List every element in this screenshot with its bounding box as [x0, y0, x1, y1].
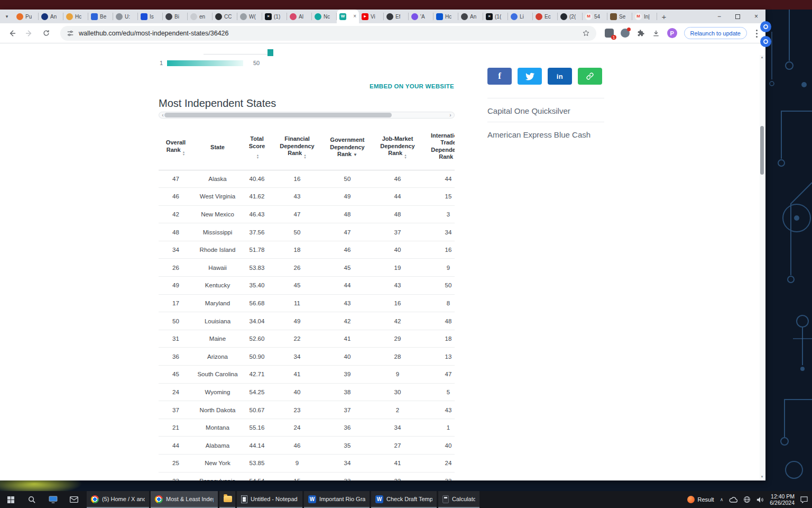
browser-tab[interactable]: Li [508, 10, 533, 23]
horizontal-scrollbar-thumb[interactable] [164, 113, 392, 117]
column-header-overall_rank[interactable]: OverallRank▲▼ [159, 125, 193, 170]
copy-link-share-button[interactable] [578, 68, 602, 85]
browser-tab[interactable]: Is [138, 10, 163, 23]
new-tab-button[interactable]: + [657, 10, 671, 23]
sidebar-link-amex[interactable]: American Express Blue Cash [487, 130, 590, 139]
column-header-government_dependency_rank[interactable]: GovernmentDependencyRank▼ [322, 125, 372, 170]
maximize-button[interactable] [728, 10, 747, 23]
desktop: ▾ PuAnHcBeU:IsBienCCW(×(1)AlNcW×▸ViEf'AH… [0, 0, 812, 508]
taskbar-app-chrome[interactable]: (5) Home / X and 1... [87, 491, 149, 508]
tab-close-icon[interactable]: × [353, 14, 356, 19]
browser-tab[interactable]: Bi [163, 10, 188, 23]
browser-tab[interactable]: Se [607, 10, 632, 23]
browser-tab[interactable]: en [188, 10, 213, 23]
browser-menu-kebab-icon[interactable] [756, 29, 758, 38]
browser-tab[interactable]: 'A [409, 10, 433, 23]
column-header-total_score[interactable]: TotalScore▲▼ [242, 125, 272, 170]
browser-tab[interactable]: An [458, 10, 483, 23]
taskbar-app-notepad[interactable]: Untitled - Notepad [237, 491, 302, 508]
task-view-button[interactable] [42, 491, 63, 508]
column-header-international_trade_dependency_rank[interactable]: InternationalTradeDependencyRank▲▼ [423, 125, 455, 170]
browser-tab[interactable]: Al [287, 10, 312, 23]
facebook-share-button[interactable]: f [487, 68, 512, 85]
floating-widget-button[interactable] [760, 21, 771, 32]
embed-on-website-link[interactable]: EMBED ON YOUR WEBSITE [370, 83, 454, 89]
browser-tab[interactable]: MIn| [632, 10, 657, 23]
browser-tab[interactable]: Pu [14, 10, 39, 23]
taskbar-app-explorer[interactable] [219, 491, 235, 508]
taskbar: (5) Home / X and 1...Most & Least Indep.… [0, 491, 812, 508]
browser-tab[interactable]: Hc [433, 10, 458, 23]
browser-tab[interactable]: Hc [63, 10, 88, 23]
mail-button[interactable] [63, 491, 85, 508]
linkedin-share-button[interactable]: in [548, 68, 572, 85]
taskbar-search-button[interactable] [21, 491, 42, 508]
word-icon: W [375, 495, 383, 503]
browser-tab[interactable]: ▸Vi [359, 10, 384, 23]
cell-state: Kentucky [193, 277, 242, 295]
puzzle-icon [636, 29, 645, 38]
legend-max-label: 50 [253, 60, 260, 66]
browser-tab[interactable]: An [39, 10, 63, 23]
table-horizontal-scrollbar[interactable]: ‹ › [159, 112, 455, 119]
column-header-financial_dependency_rank[interactable]: FinancialDependencyRank▲▼ [272, 125, 322, 170]
extensions-button[interactable] [636, 29, 645, 38]
start-button[interactable] [0, 491, 21, 508]
browser-tab[interactable]: M54 [583, 10, 607, 23]
column-header-state[interactable]: State [193, 125, 242, 170]
legend-min-label: 1 [160, 60, 163, 66]
taskbar-app-chrome-active[interactable]: Most & Least Indep... [151, 491, 218, 508]
floating-widget-button-2[interactable] [760, 36, 771, 47]
tab-search-icon[interactable]: ▾ [0, 10, 14, 23]
network-tray-icon[interactable] [743, 496, 751, 503]
cell-state: Rhode Island [193, 241, 242, 259]
column-header-job_market_dependency_rank[interactable]: Job-MarketDependencyRank▲▼ [372, 125, 423, 170]
browser-tab[interactable]: Nc [312, 10, 337, 23]
volume-tray-icon[interactable] [756, 496, 764, 503]
cell-overall_rank: 17 [159, 294, 193, 312]
browser-tab[interactable]: ×(1( [483, 10, 508, 23]
close-button[interactable]: × [747, 10, 765, 23]
scroll-down-icon[interactable]: ▼ [760, 475, 764, 479]
tray-result-widget[interactable]: Result [687, 496, 714, 503]
bookmark-button[interactable] [582, 29, 590, 37]
tab-favicon [536, 13, 542, 20]
browser-tab[interactable]: CC [213, 10, 237, 23]
browser-tab[interactable]: Ef [384, 10, 409, 23]
browser-tab[interactable]: W( [237, 10, 262, 23]
scroll-up-icon[interactable]: ▲ [760, 55, 764, 59]
browser-tab[interactable]: ×(1) [262, 10, 287, 23]
vertical-scrollbar-thumb[interactable] [760, 126, 764, 175]
browser-tab[interactable]: (2( [558, 10, 583, 23]
browser-tab[interactable]: Ec [533, 10, 558, 23]
browser-tab-active[interactable]: W× [337, 10, 359, 23]
hidden-icons-chevron[interactable]: ∧ [720, 497, 724, 502]
downloads-button[interactable] [652, 29, 660, 38]
sidebar-link-capital-one[interactable]: Capital One Quicksilver [487, 106, 570, 115]
url-bar[interactable]: wallethub.com/edu/most-independent-state… [60, 26, 596, 41]
minimize-button[interactable]: − [710, 10, 728, 23]
back-button[interactable] [5, 26, 19, 40]
tab-favicon [116, 13, 123, 20]
taskbar-app-word[interactable]: WCheck Draft Templa... [371, 491, 437, 508]
browser-tab[interactable]: U: [113, 10, 138, 23]
scroll-right-icon[interactable]: › [447, 112, 454, 118]
tab-title: W( [249, 14, 256, 20]
action-center-button[interactable] [800, 496, 808, 503]
back-icon [8, 29, 16, 38]
reload-button[interactable] [39, 26, 53, 40]
extension-icon[interactable]: 1 [605, 29, 614, 38]
forward-button[interactable] [22, 26, 36, 40]
extension-icon-2[interactable] [621, 29, 630, 38]
twitter-share-button[interactable] [518, 68, 542, 85]
tab-favicon [610, 13, 617, 20]
cell-state: Alaska [193, 170, 242, 188]
browser-tab[interactable]: Be [88, 10, 113, 23]
profile-avatar[interactable]: P [667, 28, 677, 38]
taskbar-app-word[interactable]: WImportant Rio Gran... [304, 491, 370, 508]
taskbar-app-calculator[interactable]: Calculator [438, 491, 479, 508]
page-vertical-scrollbar[interactable]: ▲ ▼ [760, 55, 764, 479]
onedrive-tray-icon[interactable] [729, 497, 737, 503]
clock[interactable]: 12:40 PM 6/26/2024 [770, 493, 795, 506]
relaunch-update-button[interactable]: Relaunch to update [684, 27, 747, 39]
